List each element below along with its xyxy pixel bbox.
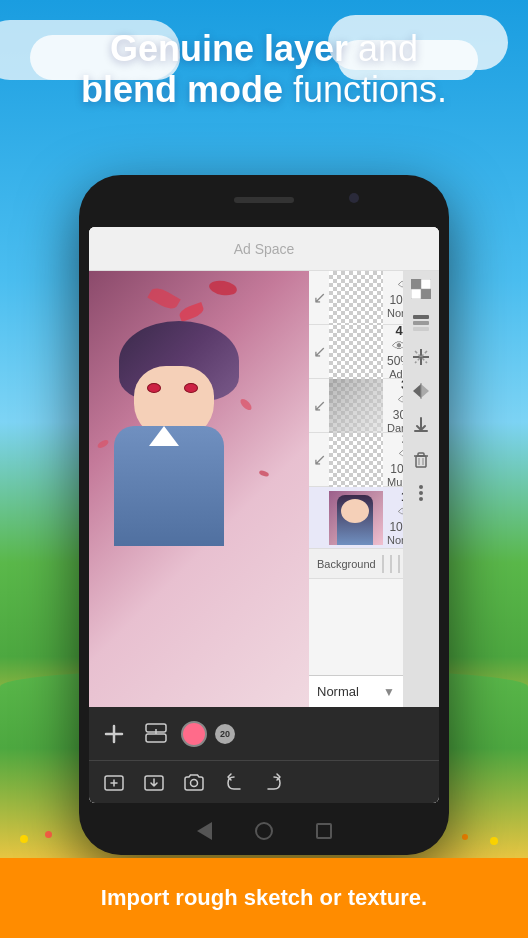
blend-mode-arrow: ▼ xyxy=(383,685,395,699)
flower-3 xyxy=(490,837,498,845)
checkerboard-icon[interactable] xyxy=(407,275,435,303)
layer-row-top[interactable]: ↙ 👁 100% Normal xyxy=(309,271,403,325)
more-options-icon[interactable] xyxy=(407,479,435,507)
flower-4 xyxy=(462,834,468,840)
svg-point-15 xyxy=(419,491,423,495)
camera-button[interactable] xyxy=(177,765,211,799)
layer-row-3[interactable]: ↙ 3 👁 30% Darken xyxy=(309,379,403,433)
add-layer-button[interactable] xyxy=(97,717,131,751)
svg-rect-2 xyxy=(421,279,431,289)
svg-rect-0 xyxy=(411,279,421,289)
svg-rect-9 xyxy=(416,456,426,467)
petal-3 xyxy=(208,279,238,298)
nav-recent-button[interactable] xyxy=(314,821,334,841)
layer-eye-4: 👁 xyxy=(392,338,403,354)
phone-camera xyxy=(349,193,359,203)
layer-pct-3: 30% xyxy=(393,408,403,422)
layer-row-1[interactable]: 1 👁 100% Normal xyxy=(309,487,403,549)
layer-row-4[interactable]: ↙ 4 👁 50% Add xyxy=(309,325,403,379)
header-genuine-bold: Genuine layer xyxy=(110,28,348,69)
blend-mode-label: Normal xyxy=(317,684,359,699)
petal-6 xyxy=(258,469,269,477)
new-layer-button[interactable] xyxy=(97,765,131,799)
layer-row-2[interactable]: ↙ 2 👁 100% Multiply xyxy=(309,433,403,487)
transform-icon[interactable] xyxy=(407,343,435,371)
phone-nav xyxy=(194,821,334,841)
ad-space-label: Ad Space xyxy=(234,241,295,257)
layer1-face xyxy=(341,499,369,523)
screen-content: Ad Space xyxy=(89,227,439,803)
petal-1 xyxy=(147,285,180,313)
svg-point-25 xyxy=(191,780,198,787)
petal-5 xyxy=(96,438,109,449)
layer-arrow: ↙ xyxy=(309,288,329,307)
layer-thumb-4 xyxy=(329,325,383,379)
flower-1 xyxy=(20,835,28,843)
flower-2 xyxy=(45,831,52,838)
layer-thumb-3-overlay xyxy=(329,379,383,433)
svg-point-14 xyxy=(419,485,423,489)
move-layers-icon[interactable] xyxy=(407,309,435,337)
svg-rect-20 xyxy=(146,734,166,742)
blend-mode-bar[interactable]: Normal ▼ xyxy=(309,675,403,707)
header-text: Genuine layer and blend mode functions. xyxy=(0,28,528,111)
delete-icon[interactable] xyxy=(407,445,435,473)
ad-space-banner: Ad Space xyxy=(89,227,439,271)
color-picker[interactable] xyxy=(181,721,207,747)
nav-back-button[interactable] xyxy=(194,821,214,841)
layer-thumb-2 xyxy=(329,433,383,487)
svg-rect-1 xyxy=(421,289,431,299)
svg-rect-11 xyxy=(418,453,424,456)
import-icon[interactable] xyxy=(407,411,435,439)
svg-rect-3 xyxy=(411,289,421,299)
layer-thumb-3 xyxy=(329,379,383,433)
eye-right xyxy=(184,383,198,393)
layer-arrow-2: ↙ xyxy=(309,450,329,469)
anime-drawing xyxy=(89,271,309,707)
merge-layers-button[interactable] xyxy=(139,717,173,751)
layer-info-2: 2 👁 100% Multiply xyxy=(383,429,403,490)
header-blend-bold: blend mode xyxy=(81,69,283,110)
layer-pct-top: 100% xyxy=(389,293,403,307)
layer-thumb-top xyxy=(329,271,383,325)
layer-mode-1: Normal xyxy=(387,534,403,546)
svg-point-16 xyxy=(419,497,423,501)
layer-pct-2: 100% xyxy=(390,462,403,476)
svg-rect-8 xyxy=(414,430,428,432)
layer-info-4: 4 👁 50% Add xyxy=(383,321,403,382)
svg-rect-4 xyxy=(413,315,429,319)
redo-button[interactable] xyxy=(257,765,291,799)
bg-white-swatch[interactable] xyxy=(382,555,384,573)
petal-4 xyxy=(239,397,254,412)
layer-arrow-3: ↙ xyxy=(309,396,329,415)
layer-pct-4: 50% xyxy=(387,354,403,368)
phone-speaker xyxy=(234,197,294,203)
layer-arrow-4: ↙ xyxy=(309,342,329,361)
right-sidebar xyxy=(403,271,439,707)
bottom-banner-text: Import rough sketch or texture. xyxy=(101,885,427,911)
layers-panel: ↙ 👁 100% Normal ↙ 4 👁 50% xyxy=(309,271,403,675)
layer-info-3: 3 👁 30% Darken xyxy=(383,375,403,436)
layer-info-top: 👁 100% Normal xyxy=(383,275,403,321)
brush-size-value: 20 xyxy=(220,729,230,739)
layer-num-4: 4 xyxy=(395,323,402,338)
brush-size[interactable]: 20 xyxy=(215,724,235,744)
bottom-banner: Import rough sketch or texture. xyxy=(0,858,528,938)
import-button[interactable] xyxy=(137,765,171,799)
toolbar-row-2 xyxy=(89,760,439,803)
flip-icon[interactable] xyxy=(407,377,435,405)
eye-left xyxy=(147,383,161,393)
bg-checker-swatch[interactable] xyxy=(390,555,392,573)
background-row[interactable]: Background xyxy=(309,549,403,579)
nav-home-button[interactable] xyxy=(254,821,274,841)
layer-pct-1: 100% xyxy=(389,520,403,534)
canvas-area xyxy=(89,271,309,707)
undo-button[interactable] xyxy=(217,765,251,799)
header-functions: functions. xyxy=(293,69,447,110)
petal-2 xyxy=(178,302,206,322)
svg-rect-5 xyxy=(413,321,429,325)
bg-dark-swatch[interactable] xyxy=(398,555,400,573)
bg-label: Background xyxy=(317,558,376,570)
layer-info-1: 1 👁 100% Normal xyxy=(383,487,403,548)
header-and: and xyxy=(358,28,418,69)
